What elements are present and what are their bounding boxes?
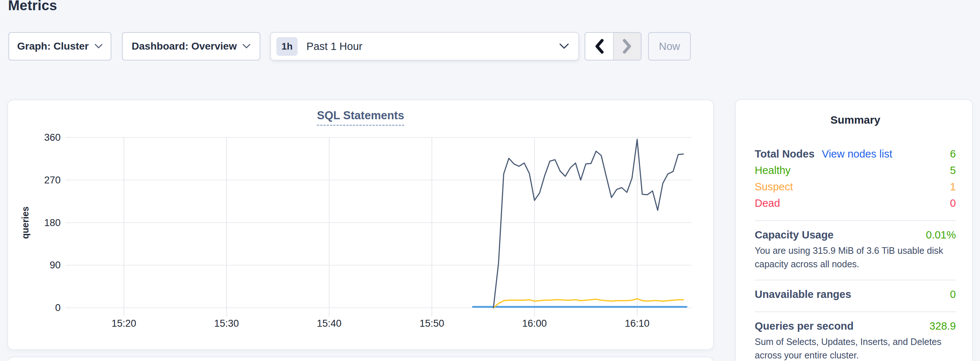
graph-dropdown[interactable]: Graph: Cluster bbox=[8, 32, 111, 60]
x-tick-label: 15:50 bbox=[420, 318, 444, 329]
chevron-down-icon bbox=[559, 43, 569, 49]
page-title: Metrics bbox=[8, 0, 57, 14]
unavailable-ranges-section: Unavailable ranges 0 bbox=[755, 286, 956, 302]
dead-nodes-row: Dead 0 bbox=[755, 195, 956, 212]
metrics-page: { "page": { "title": "Metrics" }, "toolb… bbox=[0, 0, 980, 361]
capacity-usage-label: Capacity Usage bbox=[755, 229, 834, 241]
total-nodes-label: Total Nodes bbox=[755, 148, 815, 160]
time-window-pager bbox=[585, 32, 641, 60]
y-tick-label: 0 bbox=[55, 302, 60, 313]
dashboard-dropdown-label: Dashboard: Overview bbox=[132, 41, 237, 52]
dashboard-dropdown[interactable]: Dashboard: Overview bbox=[122, 32, 260, 60]
graph-dropdown-label: Graph: Cluster bbox=[17, 41, 89, 52]
queries-per-second-label: Queries per second bbox=[755, 320, 854, 332]
y-tick-label: 180 bbox=[44, 217, 60, 228]
time-range-label: Past 1 Hour bbox=[306, 41, 362, 52]
chevron-left-icon bbox=[594, 39, 604, 54]
healthy-value: 5 bbox=[950, 165, 956, 176]
toolbar: Graph: Cluster Dashboard: Overview 1h Pa… bbox=[8, 32, 691, 60]
prev-time-window-button[interactable] bbox=[585, 33, 613, 60]
series-navy-line bbox=[493, 139, 683, 308]
unavailable-ranges-label: Unavailable ranges bbox=[755, 288, 851, 301]
sql-statements-chart[interactable]: 09018027036015:2015:3015:4015:5016:0016:… bbox=[8, 100, 713, 349]
capacity-usage-value: 0.01% bbox=[926, 229, 956, 241]
capacity-usage-description: You are using 315.9 MiB of 3.6 TiB usabl… bbox=[755, 244, 956, 271]
nodes-block: Total Nodes View nodes list 6 Healthy 5 … bbox=[755, 146, 956, 212]
time-range-badge: 1h bbox=[277, 37, 298, 56]
healthy-nodes-row: Healthy 5 bbox=[755, 162, 956, 179]
summary-panel: Summary Total Nodes View nodes list 6 He… bbox=[735, 99, 973, 361]
y-tick-label: 90 bbox=[50, 260, 60, 271]
next-time-window-button[interactable] bbox=[613, 33, 641, 60]
x-tick-label: 16:10 bbox=[625, 318, 649, 329]
chevron-down-icon bbox=[242, 44, 250, 49]
qps-section: Queries per second 328.9 Sum of Selects,… bbox=[755, 318, 956, 361]
suspect-nodes-row: Suspect 1 bbox=[755, 179, 956, 195]
queries-per-second-value: 328.9 bbox=[929, 320, 956, 332]
view-nodes-list-link[interactable]: View nodes list bbox=[822, 148, 892, 160]
chevron-down-icon bbox=[95, 44, 103, 49]
dead-label: Dead bbox=[755, 197, 780, 209]
healthy-label: Healthy bbox=[755, 165, 791, 176]
unavailable-ranges-value: 0 bbox=[950, 288, 956, 301]
capacity-section: Capacity Usage 0.01% You are using 315.9… bbox=[755, 227, 956, 271]
chart-title-wrap: SQL Statements bbox=[8, 109, 713, 126]
now-button[interactable]: Now bbox=[648, 32, 691, 60]
next-chart-card-partial bbox=[7, 356, 714, 361]
divider bbox=[755, 311, 956, 312]
x-tick-label: 15:30 bbox=[214, 318, 239, 329]
dead-value: 0 bbox=[950, 197, 956, 209]
y-axis-title: queries bbox=[20, 206, 30, 239]
summary-title: Summary bbox=[755, 114, 956, 126]
chevron-right-icon bbox=[622, 39, 632, 54]
y-tick-label: 360 bbox=[44, 132, 60, 143]
y-tick-label: 270 bbox=[44, 175, 60, 185]
divider bbox=[755, 220, 956, 221]
x-tick-label: 16:00 bbox=[522, 318, 547, 329]
divider bbox=[755, 280, 956, 280]
x-tick-label: 15:20 bbox=[111, 318, 136, 329]
time-range-selector[interactable]: 1h Past 1 Hour bbox=[270, 32, 579, 60]
suspect-value: 1 bbox=[950, 181, 956, 193]
suspect-label: Suspect bbox=[755, 181, 793, 193]
chart-title[interactable]: SQL Statements bbox=[317, 109, 404, 126]
queries-per-second-description: Sum of Selects, Updates, Inserts, and De… bbox=[755, 335, 956, 361]
total-nodes-value: 6 bbox=[950, 148, 956, 160]
total-nodes-row: Total Nodes View nodes list 6 bbox=[755, 146, 956, 162]
chart-grid bbox=[65, 138, 692, 317]
x-tick-label: 15:40 bbox=[317, 318, 342, 329]
sql-statements-chart-card: SQL Statements 09018027036015:2015:3015:… bbox=[7, 100, 714, 350]
